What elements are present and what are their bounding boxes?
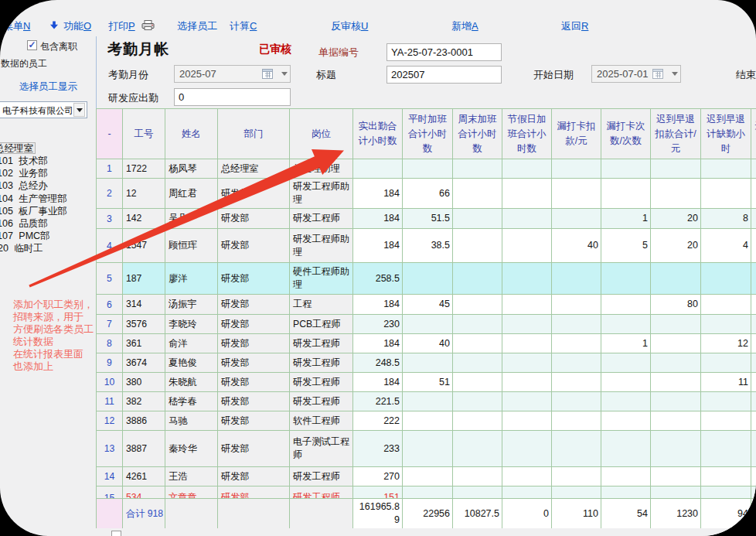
cell[interactable] <box>701 486 751 499</box>
cell[interactable]: 研发工程师 <box>290 334 353 353</box>
cell[interactable] <box>601 159 651 179</box>
cell[interactable] <box>701 295 751 315</box>
cell[interactable] <box>651 411 701 431</box>
cell[interactable]: 俞洋 <box>165 334 218 353</box>
cell[interactable] <box>601 411 651 431</box>
cell[interactable]: 研发工程师 <box>290 392 353 411</box>
cell[interactable]: 研发工程师助理 <box>290 179 353 209</box>
menu-item-calculate[interactable]: 计算C <box>230 19 257 33</box>
cell[interactable] <box>651 353 701 373</box>
cell[interactable]: 3886 <box>123 411 165 431</box>
cell[interactable]: 总经理助理 <box>290 159 353 179</box>
column-header[interactable]: 部门 <box>218 109 290 159</box>
cell[interactable]: 51.5 <box>403 209 453 229</box>
cell[interactable]: 汤振宇 <box>165 295 218 315</box>
row-index-cell[interactable]: 10 <box>97 373 123 392</box>
cell[interactable] <box>751 486 756 499</box>
row-index-cell[interactable]: 7 <box>97 315 123 334</box>
cell[interactable] <box>453 315 502 334</box>
cell[interactable] <box>651 179 701 209</box>
column-header[interactable]: 岗位 <box>290 109 353 159</box>
cell[interactable]: 研发部 <box>218 263 290 295</box>
cell[interactable]: 40 <box>403 334 453 353</box>
cell[interactable] <box>502 431 552 467</box>
row-index-cell[interactable]: 6 <box>97 295 123 315</box>
column-header[interactable]: 节假日加班合计小时数 <box>502 109 552 159</box>
row-index-cell[interactable]: 15 <box>97 486 123 499</box>
menu-item-select-employee[interactable]: 选择员工 <box>177 19 217 33</box>
cell[interactable] <box>403 431 453 467</box>
cell[interactable]: 5 <box>601 229 651 263</box>
department-item[interactable]: 总经理室 <box>0 142 36 154</box>
cell[interactable]: 研发部 <box>218 392 290 411</box>
cell[interactable]: 3576 <box>123 315 165 334</box>
cell[interactable]: 270 <box>353 467 403 486</box>
cell[interactable]: 8 <box>701 209 751 229</box>
cell[interactable]: 11 <box>701 373 751 392</box>
column-header[interactable]: 实出勤合计小时数 <box>353 109 403 159</box>
cell[interactable]: 研发部 <box>218 334 290 353</box>
row-index-cell[interactable]: 8 <box>97 334 123 353</box>
cell[interactable] <box>403 315 453 334</box>
cell[interactable] <box>751 229 756 263</box>
row-index-cell[interactable]: 11 <box>97 392 123 411</box>
cell[interactable] <box>552 353 601 373</box>
cell[interactable]: 研发部 <box>218 315 290 334</box>
cell[interactable]: 软件工程师 <box>290 411 353 431</box>
cell[interactable]: 研发工程师助理 <box>290 229 353 263</box>
cell[interactable] <box>701 159 751 179</box>
cell[interactable] <box>651 159 701 179</box>
cell[interactable] <box>701 431 751 467</box>
cell[interactable]: 研发工程师 <box>290 209 353 229</box>
cell[interactable]: 187 <box>123 263 165 295</box>
cell[interactable] <box>453 373 502 392</box>
cell[interactable] <box>453 411 502 431</box>
cell[interactable]: 534 <box>123 486 165 499</box>
cell[interactable] <box>403 159 453 179</box>
cell[interactable] <box>751 467 756 486</box>
month-combobox[interactable]: 2025-07 <box>174 65 291 83</box>
cell[interactable]: 222 <box>353 411 403 431</box>
cell[interactable] <box>751 315 756 334</box>
cell[interactable]: 顾恒珲 <box>165 229 218 263</box>
column-header[interactable]: 工号 <box>123 109 165 159</box>
cell[interactable] <box>751 353 756 373</box>
cell[interactable]: 王浩 <box>165 467 218 486</box>
department-item[interactable]: 107 PMC部 <box>0 230 97 242</box>
cell[interactable] <box>502 411 552 431</box>
cell[interactable]: 研发部 <box>218 179 290 209</box>
cell[interactable]: 1722 <box>123 159 165 179</box>
department-item[interactable]: 103 总经办 <box>0 179 97 192</box>
cell[interactable] <box>453 229 502 263</box>
cell[interactable]: 184 <box>353 209 403 229</box>
menu-item-menu[interactable]: 菜单N <box>3 19 30 33</box>
cell[interactable] <box>403 392 453 411</box>
cell[interactable] <box>453 334 502 353</box>
column-header[interactable]: 迟到早退计缺勤小时 <box>701 109 751 159</box>
menu-item-back[interactable]: 返回R <box>561 19 588 33</box>
menu-item-unaudit[interactable]: 反审核U <box>331 19 368 33</box>
menu-item-print[interactable]: 打印P <box>108 19 135 33</box>
menu-item-function[interactable]: 功能O <box>63 19 91 33</box>
company-combobox[interactable]: 电子科技有限公司 <box>0 101 87 118</box>
cell[interactable] <box>651 315 701 334</box>
row-index-cell[interactable]: 13 <box>97 431 123 467</box>
cell[interactable]: 1 <box>601 209 651 229</box>
cell[interactable] <box>552 486 601 499</box>
cell[interactable]: 1 <box>601 334 651 353</box>
cell[interactable]: 研发部 <box>218 353 290 373</box>
cell[interactable]: 230 <box>353 315 403 334</box>
cell[interactable]: 研发部 <box>218 431 290 467</box>
company-combobox-arrow-icon[interactable] <box>73 103 85 117</box>
cell[interactable] <box>651 373 701 392</box>
column-header[interactable]: 漏打卡扣款/元 <box>552 109 601 159</box>
cell[interactable] <box>751 334 756 353</box>
cell[interactable] <box>701 263 751 295</box>
cell[interactable]: PCB工程师 <box>290 315 353 334</box>
cell[interactable] <box>751 209 756 229</box>
cell[interactable] <box>651 263 701 295</box>
printer-icon[interactable] <box>141 20 156 30</box>
cell[interactable]: 20 <box>651 229 701 263</box>
cell[interactable]: 3674 <box>123 353 165 373</box>
row-index-cell[interactable]: 1 <box>97 159 123 179</box>
